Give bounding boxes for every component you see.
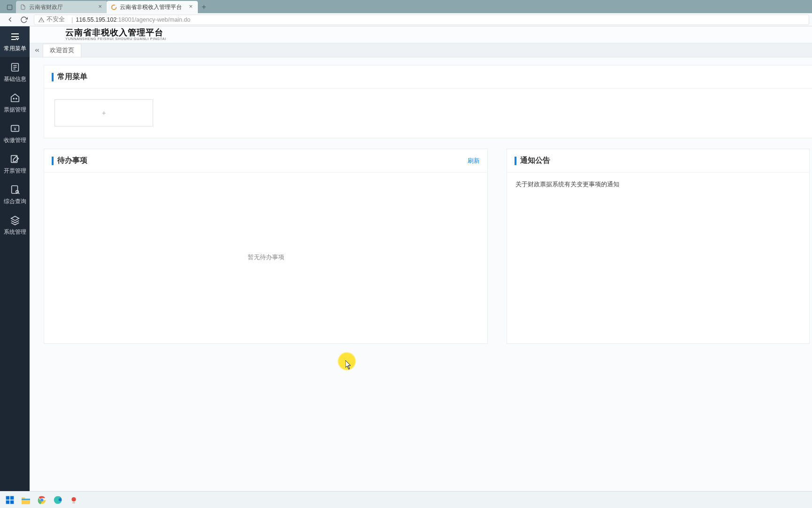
panel-notice: 通知公告 关于财政票据系统有关变更事项的通知 xyxy=(507,149,810,344)
sidebar-item-label: 开票管理 xyxy=(4,167,26,175)
spinner-icon xyxy=(110,4,117,10)
panel-todo: 待办事项 刷新 暂无待办事项 xyxy=(44,149,488,344)
page-tab-label: 欢迎首页 xyxy=(50,47,74,55)
app-header: 云南省非税收入管理平台 YUNNANSHENG FEISHUI SHOURU G… xyxy=(30,26,812,43)
main-content: 常用菜单 + 待办事项 刷新 暂无待办事项 通知公告 关于财政票据系统有关变更事… xyxy=(30,57,812,491)
add-shortcut-tile[interactable]: + xyxy=(55,99,153,127)
accent-bar xyxy=(52,157,54,165)
app-subtitle: YUNNANSHENG FEISHUI SHOURU GUANLI PINGTA… xyxy=(65,37,166,41)
chrome-icon[interactable] xyxy=(34,492,50,508)
svg-rect-20 xyxy=(10,500,14,504)
plus-icon: + xyxy=(102,109,106,117)
svg-rect-0 xyxy=(7,5,12,9)
sidebar-item-basic-info[interactable]: 基础信息 xyxy=(0,57,30,87)
svg-rect-19 xyxy=(6,500,10,504)
url-path: :18001/agency-web/main.do xyxy=(117,16,190,23)
page-tab-strip: 欢迎首页 xyxy=(30,43,812,57)
sidebar-item-label: 基础信息 xyxy=(4,75,26,83)
sidebar-item-collect-manage[interactable]: ¥ 收缴管理 xyxy=(0,118,30,149)
start-button[interactable] xyxy=(2,492,18,508)
svg-rect-21 xyxy=(22,499,30,500)
refresh-button[interactable] xyxy=(17,14,31,26)
svg-text:¥: ¥ xyxy=(13,127,16,131)
back-button[interactable] xyxy=(3,14,17,26)
sidebar-item-query[interactable]: 综合查询 xyxy=(0,179,30,210)
panel-title: 常用菜单 xyxy=(57,72,812,82)
svg-rect-17 xyxy=(6,496,10,500)
todo-empty-state: 暂无待办事项 xyxy=(44,173,487,342)
panel-common-menu: 常用菜单 + xyxy=(44,65,812,138)
sidebar-item-label: 收缴管理 xyxy=(4,136,26,144)
sidebar-item-common-menu[interactable]: 常用菜单 xyxy=(0,26,30,57)
browser-tab-title: 云南省非税收入管理平台 xyxy=(120,3,187,11)
edge-icon[interactable] xyxy=(50,492,66,508)
sidebar-item-system-manage[interactable]: 系统管理 xyxy=(0,210,30,240)
svg-point-9 xyxy=(16,98,16,99)
app-title: 云南省非税收入管理平台 xyxy=(65,28,166,37)
sidebar-item-label: 票据管理 xyxy=(4,106,26,114)
notice-item[interactable]: 关于财政票据系统有关变更事项的通知 xyxy=(515,180,801,189)
close-icon[interactable]: × xyxy=(187,4,194,10)
panel-title: 待办事项 xyxy=(57,156,468,166)
sidebar-item-label: 系统管理 xyxy=(4,228,26,236)
svg-marker-16 xyxy=(11,216,19,221)
svg-point-8 xyxy=(13,98,14,99)
sidebar-item-label: 综合查询 xyxy=(4,198,26,206)
edit-icon xyxy=(9,153,21,165)
svg-point-25 xyxy=(71,497,76,501)
security-label: 不安全 xyxy=(47,16,65,24)
collapse-tabs-button[interactable] xyxy=(31,44,43,57)
empty-text: 暂无待办事项 xyxy=(248,253,284,262)
url-host: 116.55.195.102 xyxy=(76,16,117,23)
sidebar-item-invoice-manage[interactable]: 开票管理 xyxy=(0,149,30,179)
file-icon xyxy=(20,4,26,10)
sidebar-item-ticket-manage[interactable]: 票据管理 xyxy=(0,87,30,118)
close-icon[interactable]: × xyxy=(97,4,103,10)
file-explorer-icon[interactable] xyxy=(18,492,34,508)
svg-rect-13 xyxy=(11,186,17,194)
panel-title: 通知公告 xyxy=(520,156,802,166)
browser-tab[interactable]: 云南省非税收入管理平台 × xyxy=(107,1,198,13)
not-secure-badge: 不安全 xyxy=(38,16,65,24)
search-doc-icon xyxy=(9,183,21,196)
taskbar xyxy=(0,491,812,508)
svg-point-23 xyxy=(40,498,44,501)
accent-bar xyxy=(52,73,54,81)
cursor-icon xyxy=(345,360,352,370)
page-tab[interactable]: 欢迎首页 xyxy=(43,44,81,57)
click-highlight xyxy=(337,352,356,371)
svg-rect-26 xyxy=(72,502,75,503)
browser-tab[interactable]: 云南省财政厅 × xyxy=(16,1,107,13)
url-input[interactable]: 不安全 | 116.55.195.102:18001/agency-web/ma… xyxy=(34,15,809,25)
sidebar: 常用菜单 基础信息 票据管理 ¥ 收缴管理 开票管理 综合查询 系统管理 xyxy=(0,26,30,491)
address-bar: 不安全 | 116.55.195.102:18001/agency-web/ma… xyxy=(0,13,812,26)
svg-rect-18 xyxy=(10,496,14,500)
tab-actions-icon[interactable] xyxy=(3,1,16,13)
accent-bar xyxy=(515,157,516,165)
browser-tab-title: 云南省财政厅 xyxy=(29,3,97,11)
record-icon[interactable] xyxy=(66,492,82,508)
house-icon xyxy=(9,92,21,104)
doc-icon xyxy=(9,61,21,73)
new-tab-button[interactable]: + xyxy=(197,1,211,13)
svg-line-15 xyxy=(18,193,19,194)
svg-point-14 xyxy=(16,190,18,193)
refresh-link[interactable]: 刷新 xyxy=(468,157,480,165)
money-icon: ¥ xyxy=(9,122,21,135)
layers-icon xyxy=(9,214,21,226)
browser-tab-strip: 云南省财政厅 × 云南省非税收入管理平台 × + xyxy=(0,0,812,13)
sidebar-item-label: 常用菜单 xyxy=(4,45,26,53)
list-icon xyxy=(9,31,21,43)
